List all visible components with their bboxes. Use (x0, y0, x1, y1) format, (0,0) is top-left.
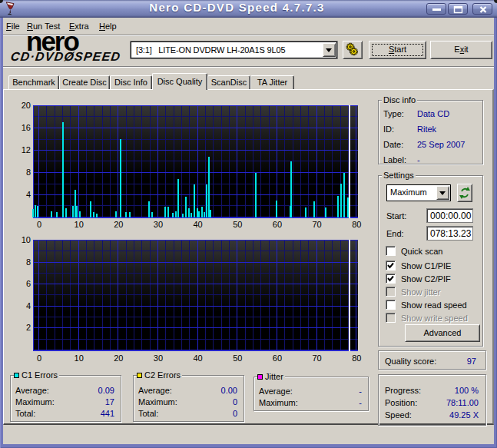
svg-text:80: 80 (352, 220, 361, 229)
svg-text:60: 60 (273, 220, 282, 229)
svg-text:4: 4 (26, 301, 31, 310)
svg-text:60: 60 (273, 353, 282, 363)
svg-text:50: 50 (233, 220, 242, 229)
svg-text:20: 20 (114, 353, 123, 363)
svg-text:12: 12 (22, 145, 31, 154)
svg-text:10: 10 (75, 220, 84, 229)
svg-text:70: 70 (312, 353, 321, 363)
svg-text:20: 20 (22, 101, 31, 110)
svg-text:10: 10 (75, 353, 84, 363)
svg-text:30: 30 (154, 353, 163, 363)
svg-text:6: 6 (26, 279, 31, 288)
svg-text:70: 70 (312, 220, 321, 229)
svg-text:0: 0 (37, 220, 41, 229)
svg-text:0: 0 (37, 353, 41, 363)
svg-text:30: 30 (154, 220, 163, 229)
svg-text:10: 10 (22, 235, 31, 244)
svg-text:50: 50 (233, 353, 242, 363)
svg-text:8: 8 (26, 168, 31, 177)
svg-text:4: 4 (26, 190, 31, 199)
svg-text:16: 16 (22, 123, 31, 132)
svg-text:40: 40 (194, 353, 203, 363)
svg-text:80: 80 (352, 353, 361, 363)
svg-text:2: 2 (26, 323, 31, 332)
svg-text:8: 8 (26, 257, 31, 267)
svg-text:40: 40 (194, 220, 203, 229)
svg-text:20: 20 (114, 220, 123, 229)
